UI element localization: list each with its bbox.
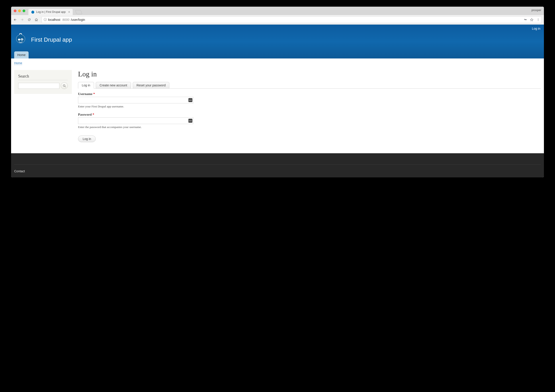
url-host: localhost (48, 18, 60, 21)
search-button[interactable] (61, 82, 68, 89)
login-form: Username * ••• Enter your First Drupal a… (78, 92, 541, 142)
password-label: Password * (78, 113, 193, 116)
site-branding: First Drupal app (11, 30, 544, 51)
breadcrumb-home[interactable]: Home (14, 61, 22, 65)
reload-button[interactable] (28, 18, 31, 21)
page-title: Log in (78, 70, 541, 78)
site-footer: Contact (11, 153, 544, 177)
tab-close-icon[interactable]: × (68, 10, 70, 14)
site-header: Log in First Drupal app Home (11, 25, 544, 58)
site-name[interactable]: First Drupal app (31, 36, 72, 43)
username-label-text: Username (78, 92, 92, 96)
password-manager-icon[interactable]: ••• (188, 119, 192, 123)
url-path: /user/login (71, 18, 85, 21)
url-port: :8000 (62, 18, 69, 21)
footer-divider (14, 164, 541, 164)
tab-create-account[interactable]: Create new account (96, 82, 131, 89)
login-link[interactable]: Log in (532, 27, 540, 30)
form-item-password: Password * ••• Enter the password that a… (78, 113, 193, 129)
tab-log-in[interactable]: Log in (78, 82, 94, 89)
forward-button (20, 18, 24, 21)
drupal-logo-icon[interactable] (14, 33, 27, 47)
svg-point-0 (538, 19, 538, 19)
user-menu: Log in (11, 25, 544, 30)
browser-tab[interactable]: Log in | First Drupal app × (28, 9, 73, 15)
back-button[interactable] (13, 18, 17, 21)
site-info-icon[interactable]: ⓘ (44, 18, 47, 22)
window-close-button[interactable] (14, 9, 16, 12)
address-bar: ⓘ localhost:8000/user/login (11, 15, 544, 25)
search-heading: Search (18, 74, 68, 80)
window-controls (11, 9, 28, 14)
arrow-right-icon (20, 18, 24, 21)
svg-line-8 (65, 86, 66, 87)
required-marker: * (92, 113, 94, 116)
drupal-favicon-icon (31, 10, 35, 14)
page-body: Home Search Log in Log in (11, 58, 544, 153)
password-key-icon[interactable] (524, 18, 527, 21)
nav-home[interactable]: Home (14, 51, 29, 58)
home-button[interactable] (35, 18, 39, 21)
main-content: Log in Log in Create new account Reset y… (78, 70, 541, 142)
new-tab-button[interactable] (75, 10, 82, 14)
search-block: Search (14, 70, 72, 94)
search-icon (63, 84, 66, 87)
form-item-username: Username * ••• Enter your First Drupal a… (78, 92, 193, 108)
password-field[interactable] (78, 117, 193, 124)
home-icon (35, 18, 38, 21)
browser-window: Log in | First Drupal app × prosper ⓘ lo… (11, 7, 544, 177)
password-help: Enter the password that accompanies your… (78, 125, 193, 129)
password-label-text: Password (78, 113, 92, 116)
username-field[interactable] (78, 97, 193, 103)
breadcrumb: Home (11, 58, 544, 67)
browser-tab-strip: Log in | First Drupal app × prosper (11, 7, 544, 15)
svg-point-2 (538, 20, 538, 21)
search-input[interactable] (18, 83, 59, 89)
username-label: Username * (78, 92, 193, 96)
local-tasks: Log in Create new account Reset your pas… (78, 82, 541, 89)
username-help: Enter your First Drupal app username. (78, 105, 193, 108)
password-manager-icon[interactable]: ••• (188, 98, 192, 102)
bookmark-star-icon[interactable] (530, 18, 533, 21)
window-minimize-button[interactable] (18, 9, 21, 12)
browser-tab-title: Log in | First Drupal app (36, 10, 66, 14)
tab-reset-password[interactable]: Reset your password (133, 82, 169, 89)
primary-nav: Home (11, 51, 544, 58)
sidebar: Search (14, 70, 72, 142)
reload-icon (28, 18, 31, 21)
window-zoom-button[interactable] (23, 9, 25, 12)
svg-point-4 (18, 39, 20, 41)
arrow-left-icon (13, 18, 17, 21)
url-input[interactable]: ⓘ localhost:8000/user/login (42, 16, 542, 23)
chrome-menu-icon[interactable] (537, 18, 540, 21)
profile-menu-label[interactable]: prosper (532, 8, 541, 12)
footer-contact-link[interactable]: Contact (14, 169, 25, 173)
svg-point-6 (22, 39, 22, 40)
required-marker: * (93, 92, 95, 96)
svg-point-1 (538, 20, 538, 20)
submit-button[interactable]: Log in (78, 135, 96, 142)
